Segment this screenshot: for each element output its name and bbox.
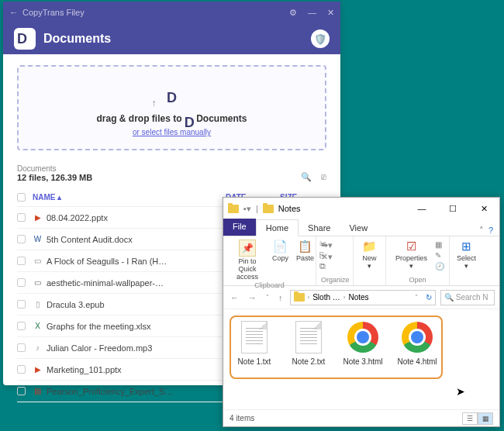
dropzone[interactable]: ↑ drag & drop files to Documents or sele…: [17, 65, 326, 150]
addr-folder-icon: [294, 293, 305, 302]
minimize-icon[interactable]: —: [308, 8, 316, 18]
file-name: ▯Dracula 3.epub: [33, 299, 226, 309]
select-icon: ⊞: [461, 240, 471, 253]
file-name: ▶08.04.2022.pptx: [33, 212, 226, 222]
open-icon[interactable]: ▦: [435, 240, 444, 249]
sort-asc-icon: ▴: [57, 193, 61, 202]
qat-menu-icon[interactable]: ▪▾: [243, 204, 251, 214]
ribbon: 📌Pin to Quick access 📄Copy 📋Paste ✂ ⎘ ⧉ …: [223, 236, 499, 286]
file-type-icon: ▭: [33, 256, 43, 266]
select-all-checkbox[interactable]: [17, 193, 26, 202]
ribbon-collapse-icon[interactable]: ˄: [479, 226, 484, 236]
row-checkbox[interactable]: [17, 365, 26, 374]
nav-fwd-icon[interactable]: →: [246, 293, 259, 302]
row-checkbox[interactable]: [17, 387, 26, 395]
app-title: CopyTrans Filey: [22, 8, 289, 17]
file-label: Note 4.html: [392, 357, 442, 366]
tab-share[interactable]: Share: [299, 220, 340, 236]
col-name[interactable]: NAME ▴: [33, 193, 226, 202]
file-type-icon: ♪: [33, 343, 43, 353]
copytrans-header: Documents 🛡️: [3, 23, 340, 54]
refresh-icon[interactable]: ↻: [426, 293, 432, 302]
status-bar: 4 items ☰ ▦: [223, 409, 499, 426]
nav-up-icon[interactable]: ↑: [276, 293, 285, 302]
row-checkbox[interactable]: [17, 213, 26, 222]
row-checkbox[interactable]: [17, 257, 26, 265]
back-arrow-icon[interactable]: ←: [9, 8, 18, 17]
new-button[interactable]: 📁New ▾: [358, 239, 381, 271]
tab-view[interactable]: View: [340, 220, 377, 236]
select-button[interactable]: ⊞Select ▾: [454, 239, 478, 271]
paste-icon: 📋: [298, 240, 312, 253]
device-badge-icon[interactable]: 🛡️: [311, 29, 330, 48]
stats-bar: Documents 12 files, 126.39 MB 🔍 ⎚: [3, 161, 340, 188]
chrome-html-icon: [402, 322, 433, 353]
tab-home[interactable]: Home: [256, 219, 299, 236]
file-pane[interactable]: Note 1.txtNote 2.txtNote 3.htmlNote 4.ht…: [223, 309, 499, 377]
properties-icon: ☑: [406, 240, 416, 253]
file-item[interactable]: Note 3.html: [338, 320, 388, 366]
close-icon[interactable]: ✕: [327, 8, 334, 18]
search-box[interactable]: 🔍 Search N: [440, 290, 495, 305]
explorer-title: Notes: [278, 204, 301, 213]
tab-file[interactable]: File: [223, 219, 256, 236]
view-icons-button[interactable]: ▦: [478, 412, 493, 425]
file-item[interactable]: Note 4.html: [392, 320, 442, 366]
row-checkbox[interactable]: [17, 300, 26, 309]
file-name: ▶Marketing_101.pptx: [33, 364, 226, 374]
txt-file-icon: [295, 321, 322, 353]
group-open: Open: [391, 276, 444, 285]
move-to-icon[interactable]: ➡▾: [321, 240, 333, 250]
folder-icon: [263, 205, 274, 213]
file-name: ▭A Flock of Seagulls - I Ran (H…: [33, 256, 226, 266]
row-checkbox[interactable]: [17, 343, 26, 352]
select-files-link[interactable]: or select files manually: [133, 128, 211, 136]
file-label: Note 2.txt: [284, 357, 333, 366]
nav-recent-icon[interactable]: ˅: [264, 294, 271, 301]
filter-icon[interactable]: ⎚: [321, 172, 326, 182]
file-type-icon: ▶: [33, 364, 43, 374]
file-name: XGraphs for the meeting.xlsx: [33, 321, 226, 331]
close-button[interactable]: ✕: [468, 198, 499, 219]
file-type-icon: ▤: [33, 386, 43, 396]
search-icon[interactable]: 🔍: [301, 172, 312, 182]
delete-icon[interactable]: ✕▾: [321, 252, 333, 262]
file-type-icon: ▶: [33, 212, 43, 222]
address-bar[interactable]: › Sloth … › Notes ˅ ↻: [290, 290, 437, 305]
txt-file-icon: [241, 321, 268, 353]
ribbon-tabs: File Home Share View ˄ ?: [223, 219, 499, 236]
chrome-html-icon: [347, 322, 378, 353]
search-small-icon: 🔍: [444, 293, 454, 302]
breadcrumb[interactable]: Notes: [348, 293, 368, 302]
explorer-titlebar: ▪▾ | Notes — ☐ ✕: [223, 198, 499, 219]
file-type-icon: X: [33, 321, 43, 331]
row-checkbox[interactable]: [17, 278, 26, 287]
help-icon[interactable]: ?: [488, 226, 493, 236]
qat-folder-icon[interactable]: [228, 205, 239, 213]
stats-label: Documents: [17, 164, 92, 173]
nav-back-icon[interactable]: ←: [228, 293, 241, 302]
edit-icon[interactable]: ✎: [435, 251, 444, 260]
upload-icon: ↑: [160, 82, 185, 107]
settings-gear-icon[interactable]: ⚙: [289, 8, 297, 18]
paste-button[interactable]: 📋Paste: [294, 239, 316, 263]
documents-logo-icon: [14, 28, 36, 50]
properties-button[interactable]: ☑Properties ▾: [391, 239, 432, 271]
file-type-icon: ▯: [33, 299, 43, 309]
breadcrumb[interactable]: Sloth …: [312, 293, 340, 302]
file-label: Note 1.txt: [230, 357, 279, 366]
maximize-button[interactable]: ☐: [437, 198, 468, 219]
pin-quick-access-button[interactable]: 📌Pin to Quick access: [228, 239, 267, 281]
file-item[interactable]: Note 1.txt: [230, 320, 279, 366]
row-checkbox[interactable]: [17, 322, 26, 330]
new-folder-icon: 📁: [362, 240, 377, 253]
history-icon[interactable]: 🕘: [435, 262, 444, 271]
stats-summary: 12 files, 126.39 MB: [17, 173, 92, 182]
view-details-button[interactable]: ☰: [462, 412, 478, 425]
header-title: Documents: [43, 32, 303, 46]
copy-button[interactable]: 📄Copy: [270, 239, 291, 263]
minimize-button[interactable]: —: [406, 198, 437, 219]
file-item[interactable]: Note 2.txt: [284, 320, 333, 366]
row-checkbox[interactable]: [17, 235, 26, 243]
copytrans-titlebar: ← CopyTrans Filey ⚙ — ✕: [3, 2, 340, 23]
